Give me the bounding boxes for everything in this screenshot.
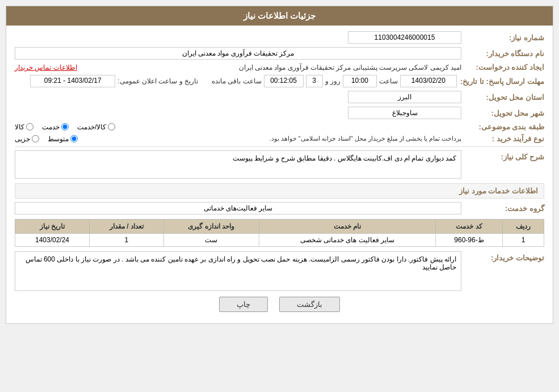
need-desc-label: شرح کلی نیاز: [465, 153, 544, 161]
col-row-num: ردیف [502, 220, 544, 234]
services-table: ردیف کد خدمت نام خدمت واحد اندازه گیری ت… [15, 219, 544, 247]
category-kala-label: کالا [15, 123, 24, 131]
table-row: 1 ط-96-960 سایر فعالیت های خدماتی شخصی س… [15, 234, 544, 247]
col-qty: تعداد / مقدار [89, 220, 163, 234]
cell-name: سایر فعالیت های خدماتی شخصی [259, 234, 436, 247]
need-number-label: شماره نیاز: [465, 33, 544, 42]
time-value: 10:00 [343, 75, 377, 87]
province-label: استان محل تحویل: [465, 93, 544, 102]
province-value: البرز [348, 91, 461, 103]
process-jozi: جزیی [15, 135, 39, 143]
service-group-row: گروه خدمت: سایر فعالیت‌های خدماتی [15, 202, 544, 214]
col-name: نام خدمت [259, 220, 436, 234]
process-radio-motavaset[interactable] [70, 135, 78, 142]
page-wrapper: جزئیات اطلاعات نیاز شماره نیاز: 11030042… [0, 0, 559, 330]
cell-date: 1403/02/24 [15, 234, 90, 247]
creator-value: امید کریمی لاسکی سرپرست پشتیبانی مرکز تح… [85, 64, 461, 71]
category-radio-kala[interactable] [26, 123, 33, 130]
category-label: طبقه بندی موضوعی: [465, 123, 544, 131]
city-label: شهر محل تحویل: [465, 109, 544, 117]
time-label: ساعت [379, 77, 398, 85]
city-value: ساوجبلاغ [348, 107, 461, 119]
process-row: نوع فرآیند خرید : پرداخت تمام یا بخشی از… [15, 134, 544, 143]
remaining-value: 00:12:05 [264, 75, 304, 87]
process-motavaset: متوسط [48, 135, 78, 143]
date-value: 1403/02/20 [400, 75, 457, 87]
back-button[interactable]: بازگشت [279, 297, 340, 312]
col-date: تاریخ نیاز [15, 220, 90, 234]
creator-row: ایجاد کننده درخواست: امید کریمی لاسکی سر… [15, 63, 544, 71]
need-desc-value: کمد دیواری تمام ام دی اف.کابینت هایگلاس … [15, 150, 461, 179]
process-label: نوع فرآیند خرید : [465, 134, 544, 143]
page-header: جزئیات اطلاعات نیاز [6, 6, 553, 26]
process-note: پرداخت تمام یا بخشی از مبلغ خریدار محل "… [86, 135, 461, 142]
province-row: استان محل تحویل: البرز [15, 91, 544, 103]
cell-unit: ست [163, 234, 259, 247]
cell-code: ط-96-960 [436, 234, 503, 247]
services-section-title: اطلاعات خدمات مورد نیاز [15, 183, 544, 199]
table-header-row: ردیف کد خدمت نام خدمت واحد اندازه گیری ت… [15, 220, 544, 234]
buyer-notes-value: ارائه پیش فاکتور. دارا بودن فاکتور رسمی … [15, 251, 461, 291]
creator-label: ایجاد کننده درخواست: [465, 63, 544, 71]
process-jozi-label: جزیی [15, 135, 30, 143]
date-label: مهلت ارسال پاسخ: تا تاریخ: [460, 77, 544, 86]
need-number-value: 1103004246000015 [348, 31, 461, 44]
cell-row: 1 [502, 234, 544, 247]
main-container: جزئیات اطلاعات نیاز شماره نیاز: 11030042… [6, 6, 553, 324]
cell-qty: 1 [89, 234, 163, 247]
content-area: شماره نیاز: 1103004246000015 نام دستگاه … [6, 26, 553, 323]
service-group-value: سایر فعالیت‌های خدماتی [15, 202, 461, 214]
contact-link[interactable]: اطلاعات تماس خریدار [15, 64, 77, 71]
col-code: کد خدمت [436, 220, 503, 234]
category-kala-khedmat-label: کالا/خدمت [77, 123, 106, 131]
buyer-org-value: مرکز تحقیقات فرآوری مواد معدنی ایران [15, 47, 461, 60]
service-group-label: گروه خدمت: [465, 204, 544, 213]
category-radio-kala-khedmat[interactable] [108, 123, 115, 130]
announce-label: تاریخ و ساعت اعلان عمومی: [117, 77, 198, 85]
page-title: جزئیات اطلاعات نیاز [243, 11, 316, 20]
hours-label: ساعت باقی مانده [212, 77, 262, 85]
days-value: 3 [306, 75, 323, 87]
divider-1 [15, 146, 544, 147]
category-khedmat-label: خدمت [42, 123, 60, 131]
process-motavaset-label: متوسط [48, 135, 69, 143]
process-radio-jozi[interactable] [32, 135, 39, 142]
date-time-row: مهلت ارسال پاسخ: تا تاریخ: 1403/02/20 سا… [15, 75, 544, 87]
buyer-org-row: نام دستگاه خریدار: مرکز تحقیقات فرآوری م… [15, 47, 544, 60]
category-radio-khedmat[interactable] [61, 123, 69, 130]
category-khedmat: خدمت [42, 123, 69, 131]
buyer-notes-section: توضیحات خریدار: ارائه پیش فاکتور. دارا ب… [15, 251, 544, 291]
city-row: شهر محل تحویل: ساوجبلاغ [15, 107, 544, 119]
category-kala: کالا [15, 123, 33, 131]
date-row-inner: 1403/02/20 ساعت 10:00 روز و 3 00:12:05 س… [15, 75, 457, 87]
process-options-group: پرداخت تمام یا بخشی از مبلغ خریدار محل "… [15, 135, 461, 143]
category-radio-group: کالا/خدمت خدمت کالا [15, 123, 461, 131]
services-table-container: ردیف کد خدمت نام خدمت واحد اندازه گیری ت… [15, 219, 544, 247]
category-kala-khedmat: کالا/خدمت [77, 123, 115, 131]
buyer-org-label: نام دستگاه خریدار: [465, 49, 544, 58]
announce-value: 1403/02/17 - 09:21 [30, 75, 115, 87]
need-number-row: شماره نیاز: 1103004246000015 [15, 31, 544, 44]
col-unit: واحد اندازه گیری [163, 220, 259, 234]
buttons-row: بازگشت چاپ [15, 297, 544, 318]
days-label: روز و [325, 77, 341, 85]
print-button[interactable]: چاپ [219, 297, 268, 312]
category-row: طبقه بندی موضوعی: کالا/خدمت خدمت کالا [15, 123, 544, 131]
need-desc-row: شرح کلی نیاز: کمد دیواری تمام ام دی اف.ک… [15, 150, 544, 179]
buyer-notes-label: توضیحات خریدار: [465, 254, 544, 262]
